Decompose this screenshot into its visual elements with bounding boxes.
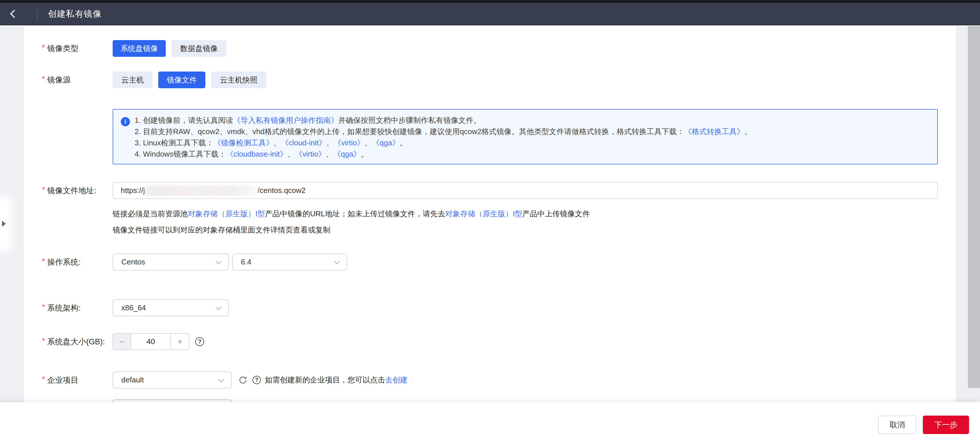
url-help-line-2: 镜像文件链接可以到对应的对象存储桶里面文件详情页查看或复制 xyxy=(113,225,331,235)
back-button[interactable] xyxy=(0,3,26,25)
enterprise-project-hint: 如需创建新的企业项目，您可以点击去创建 xyxy=(265,375,407,385)
enterprise-project-help-icon[interactable]: ? xyxy=(253,376,261,384)
required-asterisk: * xyxy=(42,375,45,384)
page-title: 创建私有镜像 xyxy=(48,8,102,20)
disk-size-row: * 系统盘大小(GB): − 40 + ? xyxy=(42,333,204,350)
header-divider xyxy=(37,8,38,20)
notice-line-2: 2. 目前支持RAW、qcow2、vmdk、vhd格式的镜像文件的上传，如果想要… xyxy=(135,126,929,137)
enterprise-project-select[interactable]: default xyxy=(113,371,232,388)
cloudbase-init-link[interactable]: 《cloudbase-init》 xyxy=(226,150,287,158)
notice-text: 、 xyxy=(364,138,372,147)
help-text: 产品中上传镜像文件 xyxy=(522,209,590,218)
system-disk-image-button[interactable]: 系统盘镜像 xyxy=(113,40,166,57)
cloud-host-snapshot-button[interactable]: 云主机快照 xyxy=(211,71,266,88)
enterprise-project-label-text: 企业项目 xyxy=(48,375,79,385)
image-check-tool-link[interactable]: 《镜像检测工具》 xyxy=(213,138,274,147)
notice-text: 、 xyxy=(326,138,334,147)
window-top-edge xyxy=(0,0,980,3)
required-asterisk: * xyxy=(42,337,45,345)
arch-row: * 系统架构: x86_64 xyxy=(42,299,229,317)
data-disk-image-button[interactable]: 数据盘镜像 xyxy=(172,40,226,57)
stepper-plus-button[interactable]: + xyxy=(170,334,189,350)
notice-text: 1. 创建镜像前，请先认真阅读 xyxy=(135,116,233,125)
image-type-label-text: 镜像类型 xyxy=(48,43,79,54)
os-label-text: 操作系统: xyxy=(48,257,81,268)
notice-text: 、 xyxy=(326,150,333,158)
disk-size-stepper: − 40 + xyxy=(113,333,189,350)
create-private-image-page: 创建私有镜像 * 镜像类型 系统盘镜像 数据盘镜像 * 镜像源 云主机 镜像文件… xyxy=(0,0,980,445)
os-family-value: Centos xyxy=(121,258,145,266)
arch-label-text: 系统架构: xyxy=(48,303,81,313)
enterprise-project-value: default xyxy=(121,375,144,385)
help-text: 链接必须是当前资源池 xyxy=(113,209,188,218)
notice-text: 4. Windows镜像工具下载： xyxy=(135,150,226,158)
required-asterisk: * xyxy=(42,75,45,84)
redacted-url-segment xyxy=(146,185,257,196)
expand-panel-icon xyxy=(2,221,6,227)
notice-line-3: 3. Linux检测工具下载：《镜像检测工具》、《cloud-init》、《vi… xyxy=(135,137,929,149)
image-source-options: 云主机 镜像文件 云主机快照 xyxy=(113,71,266,88)
url-help-line-1: 链接必须是当前资源池对象存储（原生版）I型产品中镜像的URL地址；如未上传过镜像… xyxy=(113,209,590,219)
import-guide-link[interactable]: 《导入私有镜像用户操作指南》 xyxy=(233,116,338,125)
required-asterisk: * xyxy=(42,185,45,195)
cancel-button[interactable]: 取消 xyxy=(878,416,916,434)
chevron-down-icon xyxy=(215,258,221,264)
image-type-row: * 镜像类型 系统盘镜像 数据盘镜像 xyxy=(42,40,226,57)
page-header: 创建私有镜像 xyxy=(0,3,980,25)
cloud-host-button[interactable]: 云主机 xyxy=(113,71,153,88)
cloud-init-link[interactable]: 《cloud-init》 xyxy=(281,138,326,147)
image-file-url-input[interactable]: https://j /centos.qcow2 xyxy=(113,182,938,199)
arch-select[interactable]: x86_64 xyxy=(113,299,229,317)
qga-link[interactable]: 《qga》 xyxy=(333,150,361,158)
image-source-row: * 镜像源 云主机 镜像文件 云主机快照 xyxy=(42,71,266,88)
notice-text: 、 xyxy=(287,150,295,158)
image-file-url-row: * 镜像文件地址: xyxy=(42,182,113,199)
scrollbar-thumb[interactable] xyxy=(968,26,980,388)
image-type-options: 系统盘镜像 数据盘镜像 xyxy=(113,40,226,57)
notice-text: 。 xyxy=(361,150,368,158)
hint-text: 如需创建新的企业项目，您可以点击 xyxy=(265,375,385,384)
enterprise-project-label: * 企业项目 xyxy=(42,375,113,385)
notice-text: 。 xyxy=(744,127,752,136)
help-text: 镜像文件链接可以到对应的对象存储桶里面文件详情页查看或复制 xyxy=(113,225,331,234)
url-suffix: /centos.qcow2 xyxy=(258,186,305,195)
help-text: 产品中镜像的URL地址；如未上传过镜像文件，请先去 xyxy=(265,209,445,218)
os-label: * 操作系统: xyxy=(42,257,113,268)
stepper-minus-button[interactable]: − xyxy=(113,334,131,350)
notice-line-4: 4. Windows镜像工具下载：《cloudbase-init》、《virti… xyxy=(135,149,929,160)
image-source-label: * 镜像源 xyxy=(42,75,113,85)
os-row: * 操作系统: Centos 6.4 xyxy=(42,253,347,271)
os-version-value: 6.4 xyxy=(241,258,251,266)
virtio-link[interactable]: 《virtio》 xyxy=(334,138,364,147)
virtio-link[interactable]: 《virtio》 xyxy=(295,150,326,158)
required-asterisk: * xyxy=(42,43,45,52)
left-panel-strip xyxy=(0,26,24,402)
arch-value: x86_64 xyxy=(121,303,146,312)
notice-text: 。 xyxy=(399,138,407,147)
image-file-button[interactable]: 镜像文件 xyxy=(158,71,205,88)
os-family-select[interactable]: Centos xyxy=(113,253,229,271)
create-enterprise-project-link[interactable]: 去创建 xyxy=(385,375,407,384)
refresh-button[interactable] xyxy=(238,375,248,385)
next-button[interactable]: 下一步 xyxy=(923,416,969,434)
disk-size-label: * 系统盘大小(GB): xyxy=(42,337,113,347)
notice-text: 3. Linux检测工具下载： xyxy=(135,138,213,147)
required-asterisk: * xyxy=(42,303,45,312)
object-storage-link[interactable]: 对象存储（原生版）I型 xyxy=(445,209,522,218)
chevron-down-icon xyxy=(215,304,221,310)
footer-bar: 取消 下一步 xyxy=(0,402,980,445)
os-version-select[interactable]: 6.4 xyxy=(232,253,347,271)
notice-line-1: 1. 创建镜像前，请先认真阅读《导入私有镜像用户操作指南》并确保按照文档中步骤制… xyxy=(135,115,929,126)
notice-text: 并确保按照文档中步骤制作私有镜像文件。 xyxy=(338,116,481,125)
image-file-url-label: * 镜像文件地址: xyxy=(42,185,113,196)
disk-size-help-icon[interactable]: ? xyxy=(195,337,204,346)
info-icon: i xyxy=(121,117,130,126)
chevron-down-icon xyxy=(334,258,340,264)
expand-panel-handle[interactable] xyxy=(0,200,8,248)
object-storage-link[interactable]: 对象存储（原生版）I型 xyxy=(188,209,265,218)
disk-size-value[interactable]: 40 xyxy=(131,334,170,350)
format-tool-link[interactable]: 《格式转换工具》 xyxy=(684,127,744,136)
qga-link[interactable]: 《qga》 xyxy=(372,138,399,147)
notice-text: 、 xyxy=(274,138,281,147)
notice-text: 2. 目前支持RAW、qcow2、vmdk、vhd格式的镜像文件的上传，如果想要… xyxy=(135,127,684,136)
